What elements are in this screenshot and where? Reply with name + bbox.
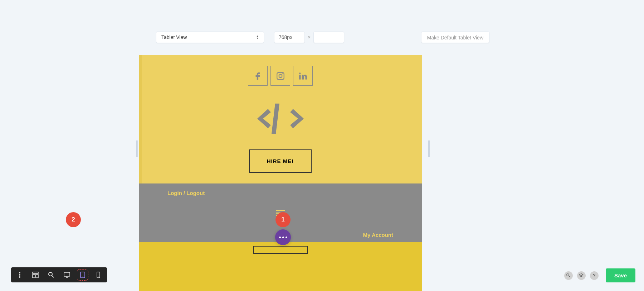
annotation-badge-1: 1: [275, 212, 291, 227]
zoom-icon[interactable]: [48, 271, 55, 278]
layers-icon[interactable]: [577, 271, 586, 280]
svg-rect-8: [64, 272, 70, 276]
svg-point-0: [19, 272, 20, 273]
bottom-right-controls: ? Save: [564, 268, 635, 282]
menu-dots-icon[interactable]: [16, 271, 23, 278]
social-icons-row: [248, 66, 313, 86]
svg-line-16: [569, 276, 570, 277]
svg-rect-5: [36, 275, 38, 278]
fab-dot: [286, 237, 287, 238]
tablet-view-icon[interactable]: [79, 271, 86, 278]
svg-rect-3: [33, 272, 38, 273]
times-icon: ×: [308, 34, 311, 40]
annotation-badge-2: 2: [66, 212, 81, 227]
view-select-label: Tablet View: [161, 34, 187, 40]
linkedin-icon[interactable]: [293, 66, 313, 86]
svg-rect-4: [33, 275, 35, 278]
height-input[interactable]: [313, 32, 344, 43]
select-chevron-icon: ▲▼: [256, 35, 259, 39]
svg-line-7: [52, 276, 54, 277]
bottom-button-outline[interactable]: [253, 246, 308, 254]
login-logout-link[interactable]: Login / Logout: [167, 190, 205, 196]
resize-handle-right[interactable]: [426, 140, 431, 157]
width-input[interactable]: [274, 32, 305, 43]
svg-point-12: [82, 277, 83, 277]
phone-view-icon[interactable]: [95, 271, 102, 278]
hero-section: HIRE ME!: [139, 55, 422, 183]
bottom-section: [139, 242, 422, 291]
builder-bottom-toolbar: [11, 267, 107, 282]
fab-dot: [279, 237, 281, 238]
desktop-view-icon[interactable]: [63, 271, 70, 278]
width-height-group: ×: [274, 32, 344, 43]
view-select-dropdown[interactable]: Tablet View ▲▼: [156, 32, 264, 43]
responsive-top-controls: Tablet View ▲▼ × Make Default Tablet Vie…: [147, 32, 498, 43]
hire-me-button[interactable]: HIRE ME!: [249, 149, 312, 173]
resize-handle-left[interactable]: [135, 140, 139, 157]
help-icon[interactable]: ?: [590, 271, 599, 280]
svg-point-6: [49, 272, 52, 276]
preview-canvas[interactable]: HIRE ME! Login / Logout My Account: [139, 55, 422, 291]
svg-point-14: [98, 277, 99, 277]
my-account-link[interactable]: My Account: [363, 232, 393, 238]
save-button[interactable]: Save: [606, 268, 635, 282]
wireframe-icon[interactable]: [32, 271, 39, 278]
settings-fab-button[interactable]: [275, 229, 291, 245]
svg-point-2: [19, 276, 20, 278]
svg-point-1: [19, 274, 20, 276]
make-default-button[interactable]: Make Default Tablet View: [421, 32, 489, 43]
instagram-icon[interactable]: [270, 66, 290, 86]
svg-point-15: [567, 274, 569, 276]
fab-dot: [282, 237, 284, 238]
search-icon[interactable]: [564, 271, 573, 280]
facebook-icon[interactable]: [248, 66, 268, 86]
code-logo-icon: [257, 100, 304, 139]
section-accent: [139, 55, 142, 183]
